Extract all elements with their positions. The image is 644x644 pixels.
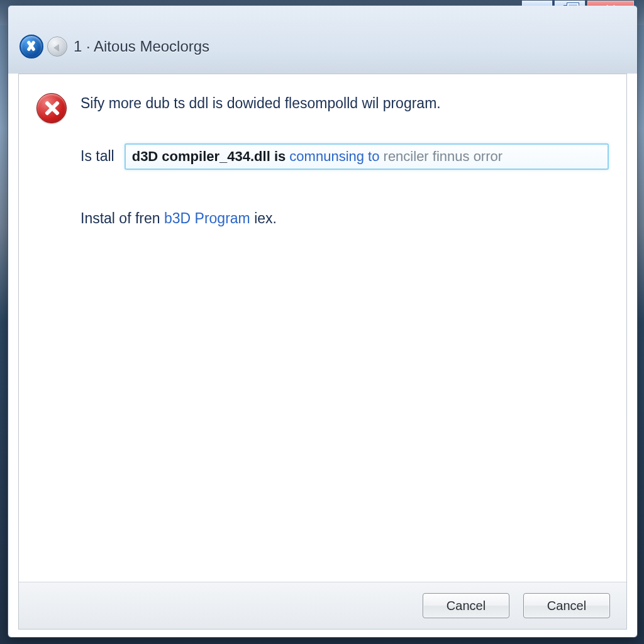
button-label: Cancel: [547, 599, 586, 613]
dialog-footer: Cancel Cancel: [19, 582, 626, 629]
cancel-button-right[interactable]: Cancel: [523, 593, 610, 618]
error-icon: [36, 93, 67, 123]
detail-row: Is tall d3D compiler_434.dll is comnunsi…: [80, 143, 609, 170]
app-icon: [19, 35, 43, 58]
window-title: 1 · Aitous Meoclorgs: [74, 38, 209, 55]
detail-link-text: comnunsing to: [289, 148, 383, 164]
titlebar: 1 · Aitous Meoclorgs: [8, 6, 637, 74]
detail-label: Is tall: [80, 148, 114, 165]
back-button[interactable]: [47, 36, 67, 57]
extra-prefix: Instal of fren: [80, 210, 164, 226]
bottom-border: [8, 630, 637, 637]
extra-line: Instal of fren b3D Program iex.: [80, 210, 609, 227]
error-dialog: ✕ 1 · Aitous Meoclorgs Sify more dub ts …: [8, 5, 638, 638]
detail-gray-text: renciler finnus orror: [384, 148, 503, 164]
detail-bold-text: d3D compiler_434.dll is: [132, 148, 290, 164]
button-label: Cancel: [447, 599, 486, 613]
cancel-button-left[interactable]: Cancel: [423, 593, 509, 618]
extra-link[interactable]: b3D Program: [164, 210, 254, 226]
content-body: Sify more dub ts ddl is dowided flesompo…: [19, 74, 626, 582]
error-headline: Sify more dub ts ddl is dowided flesompo…: [80, 94, 609, 113]
extra-suffix: iex.: [254, 210, 277, 226]
content-frame: Sify more dub ts ddl is dowided flesompo…: [18, 74, 627, 630]
detail-field[interactable]: d3D compiler_434.dll is comnunsing to re…: [125, 143, 609, 170]
message-column: Sify more dub ts ddl is dowided flesompo…: [80, 92, 609, 575]
